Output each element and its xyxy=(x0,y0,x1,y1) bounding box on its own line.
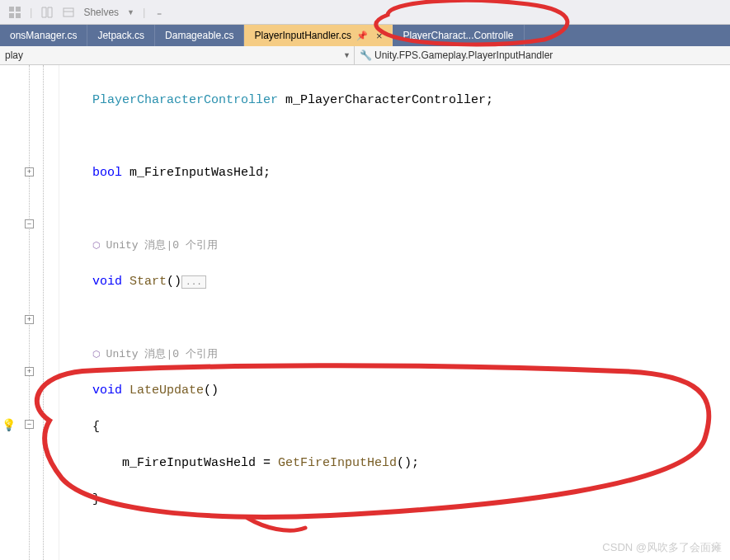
nav-bar: play ▼ 🔧 Unity.FPS.Gameplay.PlayerInputH… xyxy=(0,46,730,65)
separator: | xyxy=(143,6,145,18)
chevron-down-icon: ▼ xyxy=(343,51,351,59)
tab-jetpack[interactable]: Jetpack.cs xyxy=(87,25,155,46)
collapsed-region[interactable]: ... xyxy=(181,275,206,289)
close-icon[interactable]: × xyxy=(376,30,383,42)
tab-label: Jetpack.cs xyxy=(97,30,144,41)
code-line: PlayerCharacterController m_PlayerCharac… xyxy=(59,92,730,110)
shelves-label[interactable]: Shelves xyxy=(83,7,119,18)
code-pane[interactable]: PlayerCharacterController m_PlayerCharac… xyxy=(59,65,730,560)
svg-rect-0 xyxy=(9,7,14,12)
editor-area: + − + + − 💡 PlayerCharacterController m_… xyxy=(0,65,730,560)
fold-minus-icon[interactable]: − xyxy=(25,219,34,228)
fold-plus-icon[interactable]: + xyxy=(25,315,34,324)
nav-scope-dropdown[interactable]: play ▼ xyxy=(0,46,355,64)
pin-icon[interactable]: 📌 xyxy=(356,31,368,41)
tab-label: PlayerCharact...Controlle xyxy=(403,30,513,41)
svg-rect-4 xyxy=(64,8,73,16)
fold-plus-icon[interactable]: + xyxy=(25,367,34,376)
nav-scope-text: play xyxy=(5,49,23,61)
nav-member-text: Unity.FPS.Gameplay.PlayerInputHandler xyxy=(374,49,553,61)
code-line: bool m_FireInputWasHeld; xyxy=(59,164,730,182)
svg-rect-3 xyxy=(16,13,21,18)
svg-rect-1 xyxy=(16,7,21,12)
blank-line xyxy=(59,200,730,219)
tab-label: PlayerInputHandler.cs xyxy=(254,30,351,41)
grid-icon[interactable] xyxy=(8,6,21,19)
blank-line xyxy=(59,128,730,146)
tab-playercharactercontroller[interactable]: PlayerCharact...Controlle xyxy=(393,25,524,46)
shelf-icon[interactable] xyxy=(62,6,75,19)
code-line: } xyxy=(59,491,730,509)
tabs-row: onsManager.cs Jetpack.cs Damageable.cs P… xyxy=(0,25,730,46)
separator: | xyxy=(30,6,32,18)
blank-line xyxy=(59,309,730,327)
gutter: + − + + − 💡 xyxy=(0,65,59,560)
top-toolbar: | Shelves ▼ | ₌ xyxy=(0,0,730,25)
tab-playerinputhandler[interactable]: PlayerInputHandler.cs 📌 × xyxy=(244,25,393,46)
overflow-icon[interactable]: ₌ xyxy=(157,7,162,18)
nav-member-dropdown[interactable]: 🔧 Unity.FPS.Gameplay.PlayerInputHandler xyxy=(355,46,730,64)
codelens[interactable]: ⬡ Unity 消息|0 个引用 xyxy=(59,346,730,364)
watermark: CSDN @风吹多了会面瘫 xyxy=(602,540,722,555)
compare-icon[interactable] xyxy=(40,6,54,19)
tab-label: Damageable.cs xyxy=(165,30,233,41)
fold-plus-icon[interactable]: + xyxy=(25,167,34,176)
fold-minus-icon[interactable]: − xyxy=(25,420,34,429)
wrench-icon: 🔧 xyxy=(360,49,372,61)
codelens[interactable]: ⬡ Unity 消息|0 个引用 xyxy=(59,237,730,255)
tab-damageable[interactable]: Damageable.cs xyxy=(155,25,244,46)
svg-rect-2 xyxy=(9,13,14,18)
code-line: m_FireInputWasHeld = GetFireInputHeld(); xyxy=(59,454,730,473)
code-line: void Start()... xyxy=(59,273,730,291)
lightbulb-icon[interactable]: 💡 xyxy=(2,418,16,431)
tab-onsmanager[interactable]: onsManager.cs xyxy=(0,25,87,46)
code-line: { xyxy=(59,418,730,436)
dropdown-icon[interactable]: ▼ xyxy=(127,8,134,16)
code-line: void LateUpdate() xyxy=(59,382,730,400)
tab-label: onsManager.cs xyxy=(10,30,77,41)
